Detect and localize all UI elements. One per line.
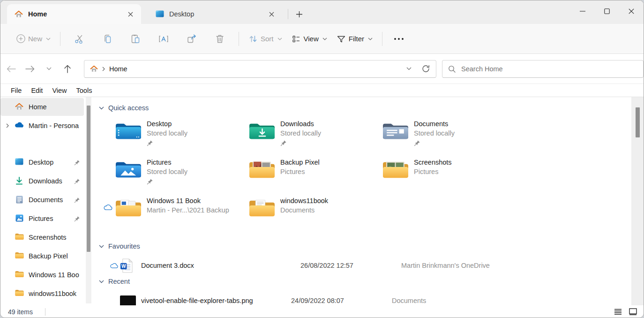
maximize-button[interactable] xyxy=(595,0,619,22)
desktop-icon xyxy=(15,158,24,167)
section-header-favourites[interactable]: Favourites xyxy=(99,242,644,250)
tile-screenshots[interactable]: Screenshots Pictures xyxy=(371,156,504,189)
content-scrollbar[interactable] xyxy=(631,97,644,305)
file-row-vivetool[interactable]: vivetool-enable-file-explorer-tabs.png 2… xyxy=(99,291,644,305)
image-thumbnail xyxy=(120,295,141,306)
address-bar-controls xyxy=(401,61,433,76)
filter-button-label: Filter xyxy=(349,35,364,43)
tile-backup-pixel[interactable]: Backup Pixel Pictures xyxy=(237,156,371,189)
sidebar-item-downloads[interactable]: Downloads xyxy=(0,172,84,190)
delete-button[interactable] xyxy=(210,30,229,48)
address-dropdown-chevron-icon[interactable] xyxy=(401,61,416,76)
folder-files-icon xyxy=(115,197,142,218)
content-scrollbar-thumb[interactable] xyxy=(636,107,640,137)
new-button-label: New xyxy=(28,35,42,43)
address-bar[interactable]: Home xyxy=(84,60,436,78)
pin-icon xyxy=(414,140,420,146)
sidebar-item-backup-pixel[interactable]: Backup Pixel xyxy=(0,247,84,265)
chevron-right-icon[interactable] xyxy=(0,123,15,128)
refresh-button[interactable] xyxy=(418,61,433,76)
navigation-row: Home xyxy=(0,54,644,84)
forward-button[interactable] xyxy=(22,61,38,77)
rename-button[interactable] xyxy=(154,30,173,48)
section-title: Quick access xyxy=(108,104,149,112)
cloud-status-icon xyxy=(110,263,120,268)
menu-view[interactable]: View xyxy=(47,86,71,95)
tile-desktop[interactable]: Desktop Stored locally xyxy=(104,118,237,151)
sort-button[interactable]: Sort xyxy=(244,31,287,46)
tile-detail: Pictures xyxy=(414,167,452,176)
file-row-document3[interactable]: W Document 3.docx 26/08/2022 12:57 Marti… xyxy=(99,256,644,275)
menu-tools[interactable]: Tools xyxy=(72,86,97,95)
minimize-button[interactable] xyxy=(570,0,595,22)
new-tab-button[interactable] xyxy=(292,7,306,21)
chevron-right-icon[interactable] xyxy=(102,67,105,71)
sidebar-item-onedrive[interactable]: Martin - Persona xyxy=(0,117,84,135)
up-button[interactable] xyxy=(60,61,75,77)
status-divider xyxy=(45,308,45,316)
menu-edit[interactable]: Edit xyxy=(26,86,47,95)
cut-button[interactable] xyxy=(70,30,89,48)
sidebar-scrollbar-thumb[interactable] xyxy=(87,106,90,252)
tab-home[interactable]: Home xyxy=(7,4,141,24)
details-view-button[interactable] xyxy=(612,306,624,318)
folder-files-icon xyxy=(249,197,275,218)
tile-name: Screenshots xyxy=(414,158,452,167)
tile-name: windows11book xyxy=(280,196,328,205)
sidebar-item-documents[interactable]: Documents xyxy=(0,191,84,209)
chevron-down-icon[interactable] xyxy=(99,280,104,283)
tile-windows11book[interactable]: windows11book Documents xyxy=(237,195,371,227)
tab-label: Desktop xyxy=(169,10,265,18)
tile-documents[interactable]: Documents Stored locally xyxy=(371,118,504,151)
home-icon[interactable] xyxy=(90,65,98,72)
tile-detail: Stored locally xyxy=(147,129,187,138)
sidebar-item-screenshots[interactable]: Screenshots xyxy=(0,228,84,246)
file-date-modified: 24/09/2022 08:07 xyxy=(291,297,392,304)
tile-downloads[interactable]: Downloads Stored locally xyxy=(237,118,371,151)
chevron-down-icon xyxy=(368,38,373,40)
sidebar-scrollbar[interactable] xyxy=(86,97,91,303)
paste-button[interactable] xyxy=(126,30,145,48)
sidebar-item-pictures[interactable]: Pictures xyxy=(0,210,84,227)
tile-name: Desktop xyxy=(147,119,187,129)
sidebar-item-windows11book[interactable]: windows11book xyxy=(0,285,84,303)
search-box[interactable] xyxy=(442,60,644,78)
tab-close-icon[interactable] xyxy=(124,8,136,20)
share-button[interactable] xyxy=(182,30,201,48)
copy-button[interactable] xyxy=(98,30,117,48)
see-more-button[interactable] xyxy=(387,38,411,40)
sidebar-item-desktop[interactable]: Desktop xyxy=(0,153,84,171)
chevron-down-icon[interactable] xyxy=(99,106,104,110)
tab-desktop[interactable]: Desktop xyxy=(148,4,282,24)
sidebar-item-label: Documents xyxy=(29,196,72,204)
tile-windows-11-book[interactable]: Windows 11 Book Martin - Per...\2021 Bac… xyxy=(104,195,237,227)
breadcrumb-segment[interactable]: Home xyxy=(109,65,127,73)
sidebar-item-label: Pictures xyxy=(29,215,72,222)
sidebar-item-label: Backup Pixel xyxy=(29,252,84,260)
sidebar-item-home[interactable]: Home xyxy=(0,98,84,116)
status-bar: 49 items xyxy=(0,305,644,318)
tile-pictures[interactable]: Pictures Stored locally xyxy=(104,156,237,189)
section-header-recent[interactable]: Recent xyxy=(99,277,644,286)
back-button[interactable] xyxy=(3,61,19,77)
chevron-down-icon[interactable] xyxy=(99,245,104,248)
word-file-icon: W xyxy=(120,258,141,273)
tab-close-icon[interactable] xyxy=(265,8,277,20)
folder-pictures-icon xyxy=(115,159,142,180)
tile-detail: Stored locally xyxy=(280,129,321,138)
folder-icon xyxy=(15,252,24,260)
tile-detail: Documents xyxy=(280,205,328,215)
folder-documents-icon xyxy=(382,121,409,141)
view-button[interactable]: View xyxy=(287,31,332,46)
search-input[interactable] xyxy=(460,65,637,73)
close-button[interactable] xyxy=(619,0,644,22)
thumbnail-view-button[interactable] xyxy=(627,306,639,318)
explorer-body: Home Martin - Persona Desktop xyxy=(0,97,644,305)
section-header-quick-access[interactable]: Quick access xyxy=(99,104,644,112)
recent-locations-button[interactable] xyxy=(41,61,57,77)
filter-button[interactable]: Filter xyxy=(332,31,377,46)
menu-file[interactable]: File xyxy=(6,86,26,95)
menu-bar: File Edit View Tools xyxy=(0,84,644,97)
new-button[interactable]: New xyxy=(12,31,55,46)
sidebar-item-windows-11-book[interactable]: Windows 11 Boo xyxy=(0,266,84,284)
